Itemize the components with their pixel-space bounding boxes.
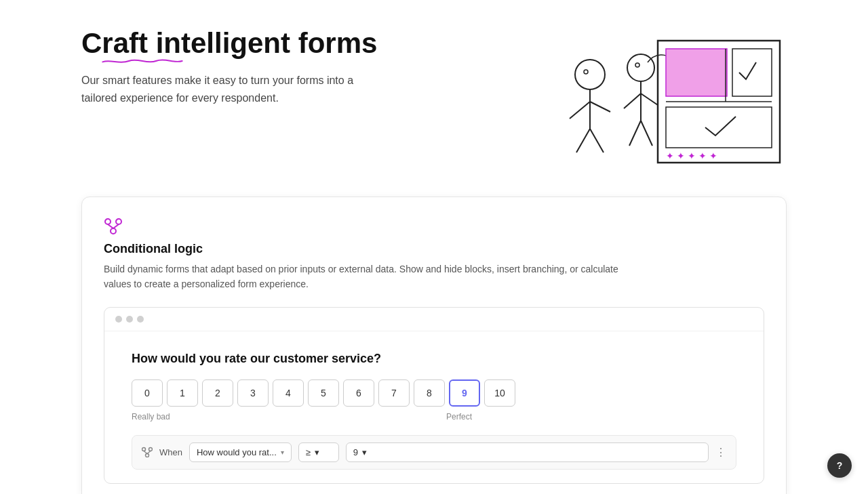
svg-line-9 (624, 94, 641, 108)
svg-rect-16 (732, 49, 772, 96)
rating-btn-1[interactable]: 1 (167, 379, 198, 407)
svg-point-0 (575, 60, 605, 89)
svg-point-28 (146, 454, 149, 457)
svg-line-24 (108, 224, 113, 228)
condition-row: When How would you rat... ▾ ≥ ▾ 9 ▾ (132, 435, 736, 470)
svg-point-13 (635, 63, 639, 67)
condition-field-select[interactable]: How would you rat... ▾ (189, 442, 292, 462)
titlebar-dot-1 (115, 316, 122, 323)
svg-point-26 (142, 448, 146, 451)
svg-line-4 (576, 129, 590, 152)
rating-btn-8[interactable]: 8 (414, 379, 445, 407)
label-perfect: Perfect (446, 412, 472, 421)
titlebar-dot-2 (126, 316, 133, 323)
rating-labels: Really bad Perfect (132, 412, 472, 421)
frame-icon: ✦ ✦ ✦ ✦ ✦ (651, 34, 787, 169)
condition-more-button[interactable]: ⋮ (715, 446, 726, 459)
value-chevron-icon: ▾ (362, 447, 367, 457)
label-really-bad: Really bad (132, 412, 170, 421)
card-description: Build dynamic forms that adapt based on … (104, 262, 619, 292)
svg-line-11 (629, 121, 641, 146)
rating-btn-5[interactable]: 5 (308, 379, 339, 407)
demo-titlebar (104, 308, 764, 331)
rating-btn-7[interactable]: 7 (378, 379, 410, 407)
svg-point-23 (111, 228, 116, 234)
svg-line-2 (570, 102, 590, 119)
condition-value-select[interactable]: 9 ▾ (346, 442, 709, 462)
condition-field-value: How would you rat... (197, 447, 277, 457)
page-title: Craft intelligent forms (81, 27, 377, 60)
help-label: ? (837, 460, 843, 471)
svg-point-27 (149, 448, 153, 451)
page-container: Craft intelligent forms Our smart featur… (0, 0, 868, 494)
svg-point-6 (584, 70, 588, 74)
field-chevron-icon: ▾ (281, 449, 284, 456)
rating-btn-3[interactable]: 3 (237, 379, 269, 407)
feature-card: Conditional logic Build dynamic forms th… (81, 197, 787, 494)
survey-question: How would you rate our customer service? (132, 352, 736, 366)
svg-point-21 (105, 219, 111, 224)
svg-line-29 (144, 451, 147, 454)
page-subtitle: Our smart features make it easy to turn … (81, 72, 366, 106)
branch-icon (104, 216, 123, 235)
condition-branch-icon (142, 447, 153, 457)
help-button[interactable]: ? (827, 453, 852, 478)
rating-btn-10[interactable]: 10 (484, 379, 515, 407)
condition-value-display: 9 (353, 447, 358, 457)
rating-btn-4[interactable]: 4 (273, 379, 304, 407)
svg-rect-19 (666, 107, 772, 148)
condition-operator-value: ≥ (306, 447, 311, 457)
svg-rect-15 (666, 49, 727, 96)
header-illustration: ✦ ✦ ✦ ✦ ✦ (529, 27, 787, 176)
svg-point-22 (116, 219, 121, 224)
svg-line-3 (590, 102, 610, 112)
header-text: Craft intelligent forms Our smart featur… (81, 27, 377, 106)
operator-chevron-icon: ▾ (315, 447, 319, 457)
header-section: Craft intelligent forms Our smart featur… (81, 27, 787, 176)
svg-line-25 (113, 224, 119, 228)
svg-line-30 (147, 451, 151, 454)
svg-point-7 (627, 54, 654, 81)
svg-line-5 (590, 129, 604, 152)
rating-btn-6[interactable]: 6 (343, 379, 374, 407)
card-icon-area (104, 216, 764, 235)
rating-btn-0[interactable]: 0 (132, 379, 163, 407)
condition-operator-select[interactable]: ≥ ▾ (298, 442, 339, 462)
rating-btn-9[interactable]: 9 (449, 379, 480, 407)
demo-card-body: How would you rate our customer service?… (104, 331, 764, 483)
demo-card: How would you rate our customer service?… (104, 307, 764, 484)
card-title: Conditional logic (104, 242, 764, 256)
condition-when-label: When (159, 447, 182, 457)
titlebar-dot-3 (137, 316, 144, 323)
rating-btn-2[interactable]: 2 (202, 379, 233, 407)
svg-text:✦ ✦ ✦ ✦ ✦: ✦ ✦ ✦ ✦ ✦ (666, 150, 717, 161)
rating-row: 0 1 2 3 4 5 6 7 8 9 10 (132, 379, 736, 407)
